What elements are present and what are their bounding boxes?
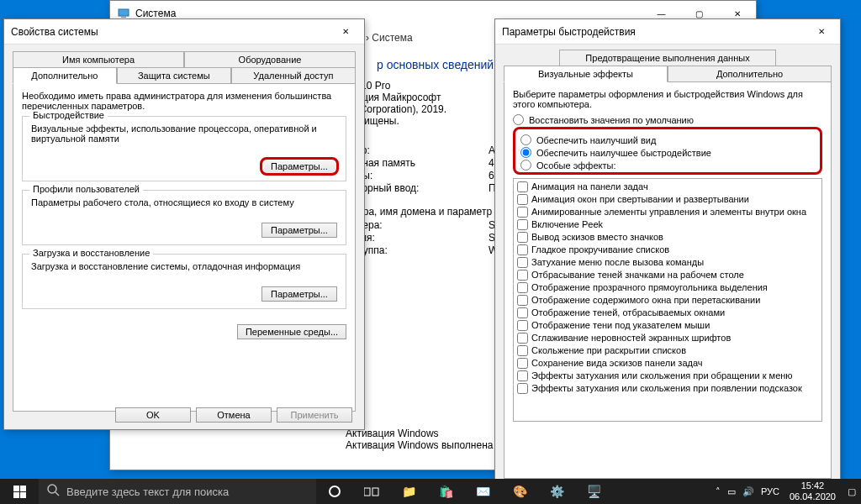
effect-checkbox-12[interactable] <box>517 333 528 344</box>
svg-rect-5 <box>372 488 378 496</box>
effect-label-12: Сглаживание неровностей экранных шрифтов <box>531 332 731 344</box>
cortana-button[interactable] <box>316 479 353 504</box>
effect-label-7: Отбрасывание теней значками на рабочем с… <box>531 269 744 281</box>
start-button[interactable] <box>0 479 39 504</box>
system-properties-dialog: Свойства системы ✕ Имя компьютера Оборуд… <box>3 18 365 430</box>
group-startup-desc: Загрузка и восстановление системы, отлад… <box>31 261 337 271</box>
perf-intro: Выберите параметры оформления и быстроде… <box>513 89 822 109</box>
tab-remote[interactable]: Удаленный доступ <box>231 67 356 84</box>
task-view-button[interactable] <box>353 479 390 504</box>
effect-checkbox-3[interactable] <box>517 219 528 230</box>
perf-close-button[interactable]: ✕ <box>802 19 840 45</box>
effect-check-5[interactable]: Гладкое прокручивание списков <box>515 244 820 256</box>
effect-check-1[interactable]: Анимация окон при свертывании и разверты… <box>515 193 820 206</box>
tab-computer-name[interactable]: Имя компьютера <box>13 51 184 67</box>
effect-checkbox-10[interactable] <box>517 307 528 318</box>
effect-checkbox-14[interactable] <box>517 358 528 369</box>
group-startup-title: Загрузка и восстановление <box>29 248 153 258</box>
activation-status: Активация Windows выполнена <box>346 439 493 451</box>
env-vars-button[interactable]: Переменные среды... <box>237 324 346 339</box>
tab-hardware[interactable]: Оборудование <box>184 51 356 67</box>
apply-button[interactable]: Применить <box>277 407 352 423</box>
cpu-label: ссор: <box>346 144 489 156</box>
app-explorer[interactable]: 📁 <box>390 479 427 504</box>
fullname-label: е имя: <box>346 232 489 244</box>
radio-best-appearance-input[interactable] <box>520 134 531 145</box>
effect-checkbox-2[interactable] <box>517 207 528 218</box>
tray-clock[interactable]: 15:42 06.04.2020 <box>783 479 843 504</box>
search-placeholder: Введите здесь текст для поиска <box>66 486 229 498</box>
svg-rect-0 <box>119 9 129 16</box>
radio-let-windows-input[interactable] <box>513 114 524 125</box>
effect-checkbox-4[interactable] <box>517 232 528 243</box>
type-label: темы: <box>346 170 489 181</box>
effect-check-15[interactable]: Эффекты затухания или скольжения при обр… <box>515 370 820 382</box>
profiles-settings-button[interactable]: Параметры... <box>261 223 337 238</box>
group-performance-desc: Визуальные эффекты, использование процес… <box>31 123 337 144</box>
svg-rect-1 <box>121 17 126 18</box>
effect-check-4[interactable]: Вывод эскизов вместо значков <box>515 231 820 244</box>
system-title: Система <box>135 8 176 19</box>
tray-volume-icon[interactable]: 🔊 <box>742 486 754 497</box>
admin-note: Необходимо иметь права администратора дл… <box>22 91 346 111</box>
startup-settings-button[interactable]: Параметры... <box>261 286 337 302</box>
effect-check-13[interactable]: Скольжение при раскрытии списков <box>515 344 820 357</box>
cancel-button[interactable]: Отмена <box>196 407 272 423</box>
effect-check-3[interactable]: Включение Peek <box>515 218 820 231</box>
workgroup-label: я группа: <box>346 244 489 256</box>
effect-checkbox-1[interactable] <box>517 194 528 205</box>
radio-let-windows[interactable]: Восстановить значения по умолчанию <box>513 114 822 125</box>
effect-checkbox-8[interactable] <box>517 282 528 293</box>
app-mail[interactable]: ✉️ <box>464 479 501 504</box>
app-computer[interactable]: 🖥️ <box>575 479 612 504</box>
prop-close-button[interactable]: ✕ <box>326 19 364 45</box>
effect-checkbox-15[interactable] <box>517 370 528 381</box>
app-settings[interactable]: ⚙️ <box>538 479 575 504</box>
effect-check-0[interactable]: Анимация на панели задач <box>515 181 820 193</box>
effect-checkbox-16[interactable] <box>517 383 528 394</box>
effect-checkbox-7[interactable] <box>517 270 528 281</box>
effect-check-16[interactable]: Эффекты затухания или скольжения при поя… <box>515 382 820 395</box>
perf-tabs-row1: Предотвращение выполнения данных <box>504 50 832 66</box>
effect-check-6[interactable]: Затухание меню после вызова команды <box>515 256 820 269</box>
app-paint[interactable]: 🎨 <box>501 479 538 504</box>
svg-rect-4 <box>364 488 370 496</box>
performance-settings-button[interactable]: Параметры... <box>261 159 337 174</box>
effect-check-10[interactable]: Отображение теней, отбрасываемых окнами <box>515 307 820 319</box>
radio-best-appearance[interactable]: Обеспечить наилучший вид <box>520 134 815 145</box>
prop-dialog-buttons: OK Отмена Применить <box>115 407 352 423</box>
effect-checkbox-0[interactable] <box>517 181 528 192</box>
radio-best-performance-input[interactable] <box>520 147 531 158</box>
effect-check-7[interactable]: Отбрасывание теней значками на рабочем с… <box>515 269 820 281</box>
radio-custom[interactable]: Особые эффекты: <box>520 160 815 171</box>
radio-custom-input[interactable] <box>520 160 531 171</box>
effect-check-9[interactable]: Отображение содержимого окна при перетас… <box>515 294 820 307</box>
tray-notifications-icon[interactable]: ▢ <box>846 486 858 497</box>
effect-check-12[interactable]: Сглаживание неровностей экранных шрифтов <box>515 332 820 344</box>
effect-check-11[interactable]: Отображение тени под указателем мыши <box>515 319 820 332</box>
group-profiles: Профили пользователей Параметры рабочего… <box>22 190 346 245</box>
effect-check-8[interactable]: Отображение прозрачного прямоугольника в… <box>515 281 820 294</box>
ok-button[interactable]: OK <box>115 407 191 423</box>
tab-system-protection[interactable]: Защита системы <box>117 67 231 84</box>
search-icon <box>47 484 60 499</box>
tab-dep[interactable]: Предотвращение выполнения данных <box>559 50 775 66</box>
tray-network-icon[interactable]: ▭ <box>727 486 736 497</box>
effect-checkbox-9[interactable] <box>517 295 528 306</box>
app-store[interactable]: 🛍️ <box>427 479 464 504</box>
effect-checkbox-5[interactable] <box>517 244 528 255</box>
effect-checkbox-6[interactable] <box>517 257 528 268</box>
effect-check-2[interactable]: Анимированные элементы управления и элем… <box>515 206 820 218</box>
effect-check-14[interactable]: Сохранение вида эскизов панели задач <box>515 357 820 370</box>
effect-checkbox-13[interactable] <box>517 345 528 356</box>
taskbar-search[interactable]: Введите здесь текст для поиска <box>39 479 316 504</box>
effect-checkbox-11[interactable] <box>517 320 528 331</box>
tray-lang[interactable]: РУС <box>761 486 779 496</box>
radio-custom-label: Особые эффекты: <box>536 160 615 171</box>
tab-visual-effects[interactable]: Визуальные эффекты <box>504 66 668 82</box>
effects-checklist[interactable]: Анимация на панели задачАнимация окон пр… <box>513 178 822 422</box>
radio-best-performance[interactable]: Обеспечить наилучшее быстродействие <box>520 147 815 158</box>
tray-chevron-icon[interactable]: ˄ <box>716 486 721 497</box>
tab-advanced[interactable]: Дополнительно <box>13 67 117 84</box>
tab-perf-advanced[interactable]: Дополнительно <box>668 66 832 82</box>
